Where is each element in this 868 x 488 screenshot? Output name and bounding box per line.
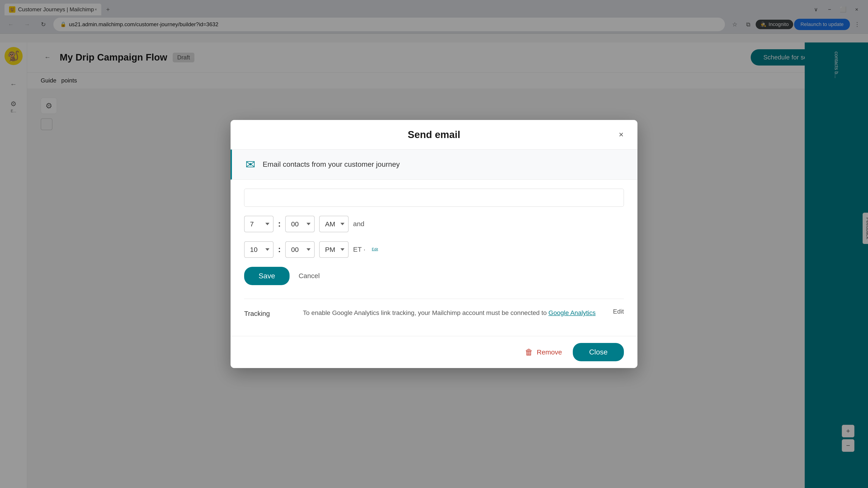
email-icon: ✉ (246, 158, 255, 171)
time-row-1: 7 1 2 3 4 5 6 8 9 10 11 12 : (244, 216, 624, 232)
remove-label: Remove (537, 348, 562, 356)
timezone-edit-link[interactable]: Edit (372, 248, 378, 252)
trash-icon: 🗑 (525, 348, 533, 357)
hour-select-2[interactable]: 10 1 2 3 4 5 6 7 8 9 11 12 (244, 241, 274, 258)
period-select-1[interactable]: AM PM (319, 216, 348, 232)
action-row: Save Cancel (244, 267, 624, 285)
tracking-section: Tracking To enable Google Analytics link… (244, 308, 624, 327)
send-email-modal: Send email × ✉ Email contacts from your … (230, 120, 638, 368)
modal-scrollable-content: 7 1 2 3 4 5 6 8 9 10 11 12 : (230, 180, 638, 336)
cancel-link[interactable]: Cancel (299, 272, 320, 280)
modal-title: Send email (408, 129, 460, 140)
tracking-message: To enable Google Analytics link tracking… (303, 309, 548, 316)
colon-2: : (278, 245, 281, 254)
minute-select-2[interactable]: 00 15 30 45 (285, 241, 315, 258)
tracking-edit-button[interactable]: Edit (613, 308, 624, 315)
modal-close-button[interactable]: × (614, 127, 628, 142)
modal-overlay: Send email × ✉ Email contacts from your … (0, 0, 868, 488)
minute-select-1[interactable]: 00 15 30 45 (285, 216, 315, 232)
tracking-content: To enable Google Analytics link tracking… (303, 308, 604, 318)
period-select-2[interactable]: PM AM (319, 241, 348, 258)
modal-input-area[interactable] (244, 189, 624, 207)
tracking-label: Tracking (244, 308, 294, 318)
section-divider (244, 299, 624, 299)
modal-footer: 🗑 Remove Close (230, 336, 638, 368)
time-row-2: 10 1 2 3 4 5 6 7 8 9 11 12 : (244, 241, 624, 258)
email-banner: ✉ Email contacts from your customer jour… (230, 150, 638, 180)
remove-button[interactable]: 🗑 Remove (520, 344, 567, 361)
email-banner-text: Email contacts from your customer journe… (263, 160, 400, 168)
google-analytics-link[interactable]: Google Analytics (548, 309, 596, 316)
connector-label: and (353, 220, 364, 228)
hour-select-1[interactable]: 7 1 2 3 4 5 6 8 9 10 11 12 (244, 216, 274, 232)
modal-body[interactable]: ✉ Email contacts from your customer jour… (230, 150, 638, 336)
timezone-label: ET · (353, 246, 367, 253)
close-button[interactable]: Close (573, 343, 624, 361)
save-button[interactable]: Save (244, 267, 289, 285)
modal-header: Send email × (230, 120, 638, 150)
colon-1: : (278, 219, 281, 229)
